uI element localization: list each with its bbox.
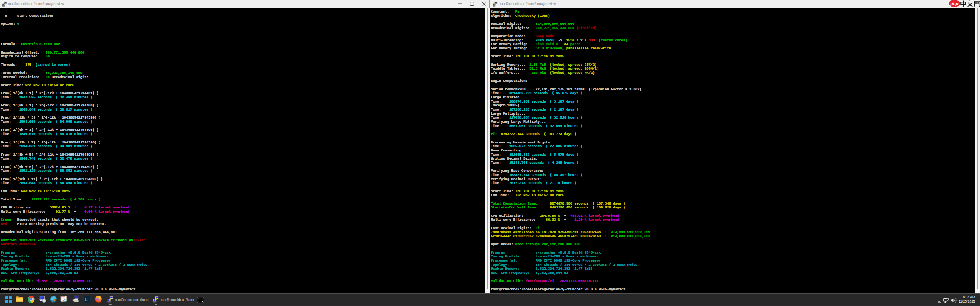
svg-text:php: php — [950, 1, 958, 6]
svg-text:Lr: Lr — [85, 298, 89, 302]
